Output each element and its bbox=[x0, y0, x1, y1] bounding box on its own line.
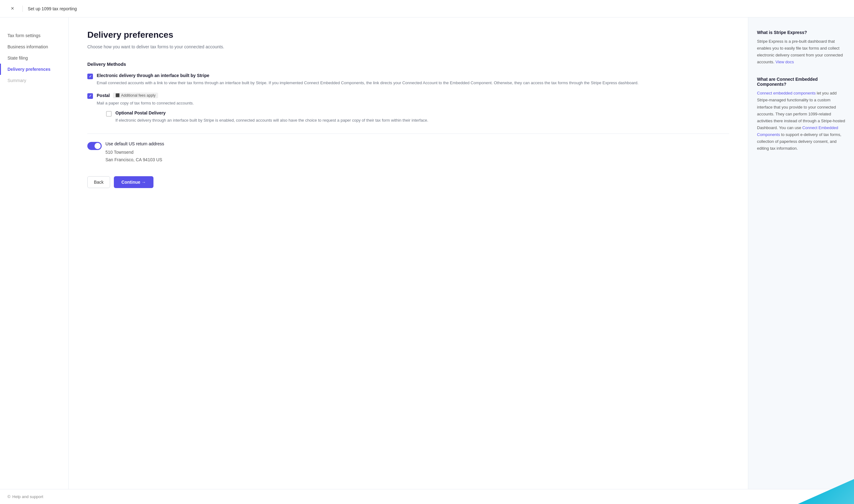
page-title: Delivery preferences bbox=[87, 30, 729, 40]
close-button[interactable]: × bbox=[7, 4, 17, 14]
top-bar-divider bbox=[22, 6, 23, 12]
connect-embedded-text: Connect embedded components let you add … bbox=[757, 90, 845, 152]
sidebar-item-tax-form-settings[interactable]: Tax form settings bbox=[0, 30, 68, 41]
fee-badge: ⬛ Additional fees apply bbox=[113, 93, 158, 98]
top-bar: × Set up 1099 tax reporting bbox=[0, 0, 854, 17]
stripe-express-text: Stripe Express is a pre-built dashboard … bbox=[757, 38, 845, 66]
electronic-delivery-item: Electronic delivery through an interface… bbox=[87, 73, 729, 86]
address-line2: San Francisco, CA 94103 US bbox=[105, 156, 729, 164]
stripe-express-title: What is Stripe Express? bbox=[757, 30, 845, 35]
right-panel: What is Stripe Express? Stripe Express i… bbox=[748, 17, 854, 489]
view-docs-link[interactable]: View docs bbox=[776, 59, 794, 64]
optional-postal-content: Optional Postal Delivery If electronic d… bbox=[115, 110, 729, 124]
sidebar: Tax form settings Business information S… bbox=[0, 17, 69, 489]
button-row: Back Continue → bbox=[87, 176, 729, 188]
content-area: Delivery preferences Choose how you want… bbox=[69, 17, 748, 489]
electronic-delivery-content: Electronic delivery through an interface… bbox=[97, 73, 729, 86]
optional-postal-label: Optional Postal Delivery bbox=[115, 110, 729, 115]
help-icon: © bbox=[7, 494, 11, 499]
connect-components-link1[interactable]: Connect embedded components bbox=[757, 91, 816, 95]
electronic-delivery-label: Electronic delivery through an interface… bbox=[97, 73, 729, 78]
postal-content: Postal ⬛ Additional fees apply Mail a pa… bbox=[97, 93, 729, 124]
delivery-methods-section: Delivery Methods Electronic delivery thr… bbox=[87, 61, 729, 124]
electronic-delivery-checkbox[interactable] bbox=[87, 74, 93, 79]
divider bbox=[87, 133, 729, 134]
sidebar-item-summary[interactable]: Summary bbox=[0, 75, 68, 86]
optional-postal-desc: If electronic delivery through an interf… bbox=[115, 117, 729, 124]
connect-embedded-title: What are Connect Embedded Components? bbox=[757, 77, 845, 87]
postal-checkbox[interactable] bbox=[87, 93, 93, 99]
back-button[interactable]: Back bbox=[87, 176, 110, 188]
help-footer: © Help and support bbox=[0, 489, 854, 504]
continue-button[interactable]: Continue → bbox=[114, 176, 153, 188]
stripe-express-info: What is Stripe Express? Stripe Express i… bbox=[757, 30, 845, 66]
main-layout: Tax form settings Business information S… bbox=[0, 17, 854, 489]
optional-postal-section: Optional Postal Delivery If electronic d… bbox=[106, 110, 729, 124]
toggle-content: Use default US return address 510 Townse… bbox=[105, 141, 729, 164]
sidebar-item-business-information[interactable]: Business information bbox=[0, 41, 68, 52]
address-block: 510 Townsend San Francisco, CA 94103 US bbox=[105, 149, 729, 164]
page-subtitle: Choose how you want to deliver tax forms… bbox=[87, 44, 729, 50]
optional-postal-checkbox[interactable] bbox=[106, 111, 112, 116]
section-title: Delivery Methods bbox=[87, 61, 729, 67]
toggle-label: Use default US return address bbox=[105, 141, 729, 146]
postal-label: Postal ⬛ Additional fees apply bbox=[97, 93, 729, 98]
electronic-delivery-desc: Email connected accounts with a link to … bbox=[97, 80, 729, 86]
address-line1: 510 Townsend bbox=[105, 149, 729, 156]
top-bar-title: Set up 1099 tax reporting bbox=[28, 6, 77, 11]
help-text[interactable]: Help and support bbox=[13, 494, 43, 499]
sidebar-item-delivery-preferences[interactable]: Delivery preferences bbox=[0, 64, 68, 75]
postal-desc: Mail a paper copy of tax forms to connec… bbox=[97, 100, 729, 107]
postal-item: Postal ⬛ Additional fees apply Mail a pa… bbox=[87, 93, 729, 124]
sidebar-item-state-filing[interactable]: State filing bbox=[0, 52, 68, 64]
toggle-section: Use default US return address 510 Townse… bbox=[87, 141, 729, 164]
optional-postal-item: Optional Postal Delivery If electronic d… bbox=[106, 110, 729, 124]
toggle-switch[interactable] bbox=[87, 142, 102, 150]
connect-embedded-info: What are Connect Embedded Components? Co… bbox=[757, 77, 845, 152]
